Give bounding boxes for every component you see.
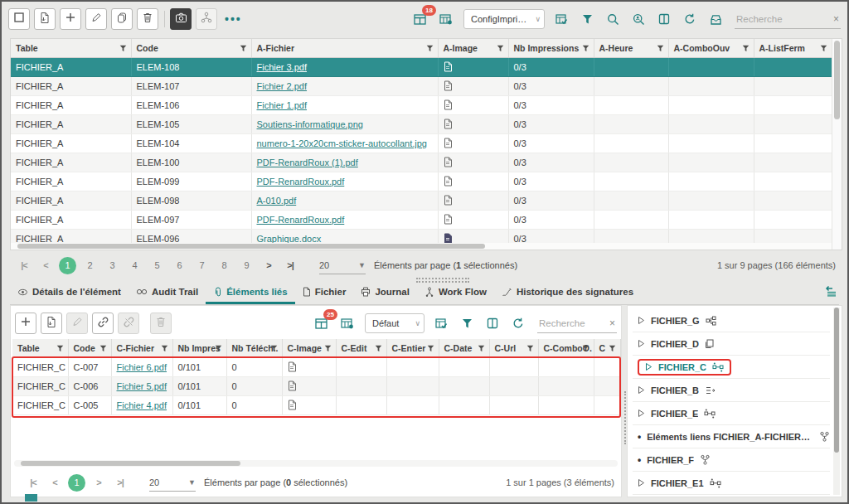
column-header[interactable]: C — [594, 339, 620, 358]
expand-arrow-icon[interactable] — [638, 409, 645, 418]
scrollbar-thumb[interactable] — [834, 308, 839, 453]
column-header[interactable]: C-Image — [282, 339, 336, 358]
filter-funnel-icon[interactable] — [427, 345, 434, 352]
column-header[interactable]: Nb Téléch.. — [226, 339, 282, 358]
page-button-8[interactable]: 8 — [216, 257, 233, 274]
sidebar-item[interactable]: FICHIER_E1 — [633, 472, 830, 495]
scrollbar-thumb[interactable] — [21, 461, 240, 466]
filter-funnel-icon[interactable] — [375, 345, 382, 352]
horizontal-scrollbar[interactable] — [14, 460, 618, 467]
filter-funnel-icon[interactable] — [324, 345, 332, 352]
link-button[interactable] — [92, 313, 114, 334]
column-header[interactable]: A-ComboOuv — [668, 39, 754, 58]
file-link[interactable]: numero-1-20x20cm-sticker-autocollant.jpg — [257, 138, 427, 148]
table-row[interactable]: FICHIER_AELEM-098A-010.pdf0/3 — [11, 191, 832, 211]
filter-funnel-icon[interactable] — [582, 345, 589, 352]
splitter-handle[interactable] — [416, 276, 469, 281]
column-header[interactable]: C-ComboO. — [538, 339, 594, 358]
filter-button[interactable] — [458, 314, 476, 332]
column-header[interactable]: Table — [12, 339, 68, 358]
refresh-button[interactable] — [509, 314, 527, 332]
add-link-button[interactable] — [15, 313, 36, 334]
table-check-button[interactable] — [552, 10, 570, 28]
filter-funnel-icon[interactable] — [657, 45, 664, 52]
first-page-button[interactable]: |< — [22, 477, 44, 487]
add-button[interactable] — [60, 8, 81, 30]
column-header[interactable]: A-ListFerm — [754, 39, 832, 58]
file-link[interactable]: Fichier 1.pdf — [257, 100, 308, 110]
page-button-6[interactable]: 6 — [171, 257, 188, 274]
tab-printer[interactable]: Journal — [353, 282, 417, 304]
vertical-scrollbar[interactable] — [832, 39, 842, 250]
expand-arrow-icon[interactable] — [645, 362, 653, 371]
delete-button[interactable] — [137, 8, 158, 30]
filter-funnel-icon[interactable] — [215, 345, 222, 352]
column-header[interactable]: C-Url — [489, 339, 538, 358]
sidebar-scrollbar[interactable] — [833, 308, 840, 495]
views-grid-button[interactable]: 25 — [313, 314, 331, 332]
page-button-7[interactable]: 7 — [193, 257, 211, 274]
column-header[interactable]: A-Image — [438, 39, 508, 58]
table-check-button[interactable] — [432, 314, 450, 332]
filter-funnel-icon[interactable] — [478, 345, 485, 352]
collapse-panel-button[interactable] — [821, 284, 837, 303]
tab-eye[interactable]: Détails de l'élément — [10, 282, 129, 304]
column-header[interactable]: C-Date — [439, 339, 489, 358]
file-link[interactable]: Fichier 6.pdf — [117, 362, 167, 372]
expand-arrow-icon[interactable] — [638, 478, 645, 487]
select-rows-button[interactable] — [8, 8, 30, 30]
prev-page-button[interactable]: < — [35, 260, 56, 270]
expand-arrow-icon[interactable] — [638, 385, 645, 395]
filter-funnel-icon[interactable] — [119, 45, 127, 52]
more-menu-button[interactable]: ••• — [225, 12, 242, 26]
sidebar-item[interactable]: •Eléments liens FICHIER_A-FICHIER_E1 — [633, 425, 830, 448]
sidebar-item[interactable]: FICHIER_E — [633, 402, 830, 425]
page-button-1[interactable]: 1 — [59, 257, 76, 274]
filter-funnel-icon[interactable] — [426, 45, 434, 52]
edit-button[interactable] — [85, 8, 107, 30]
column-header[interactable]: C-Fichier — [111, 339, 172, 358]
file-link[interactable]: Fichier 4.pdf — [117, 400, 167, 410]
clear-search-icon[interactable]: × — [828, 13, 841, 25]
file-link[interactable]: Fichier 2.pdf — [257, 81, 308, 91]
expand-arrow-icon[interactable] — [638, 316, 645, 325]
column-header[interactable]: C-Edit — [336, 339, 386, 358]
grid-settings-button[interactable] — [338, 314, 357, 332]
file-link[interactable]: Fichier 5.pdf — [117, 381, 167, 391]
next-page-button[interactable]: > — [258, 260, 279, 270]
column-header[interactable]: C-Entier — [386, 339, 439, 358]
file-link[interactable]: PDF-RenardRoux.pdf — [257, 177, 345, 187]
hierarchy-button[interactable] — [196, 8, 217, 30]
filter-funnel-icon[interactable] — [161, 345, 168, 352]
views-grid-button[interactable]: 18 — [411, 10, 429, 28]
columns-button[interactable] — [655, 10, 673, 28]
sidebar-item[interactable]: FICHIER_D — [633, 332, 830, 356]
filter-funnel-icon[interactable] — [270, 345, 278, 352]
refresh-button[interactable] — [681, 10, 699, 28]
new-document-button[interactable] — [34, 8, 56, 30]
file-link[interactable]: Fichier 3.pdf — [257, 62, 308, 72]
filter-funnel-icon[interactable] — [526, 345, 534, 352]
filter-funnel-icon[interactable] — [56, 345, 64, 352]
column-header[interactable]: Code — [68, 339, 111, 358]
per-page-select[interactable]: 20▼ — [149, 474, 196, 492]
last-page-button[interactable]: >| — [279, 260, 301, 270]
table-row[interactable]: FICHIER_AELEM-106Fichier 1.pdf0/3 — [11, 96, 832, 115]
tab-signature[interactable]: Historique des signatures — [494, 282, 641, 304]
last-page-button[interactable]: >| — [109, 477, 131, 487]
archive-button[interactable] — [706, 10, 725, 28]
table-row[interactable]: FICHIER_AELEM-100PDF-RenardRoux (1).pdf0… — [11, 153, 832, 172]
tab-workflow[interactable]: Work Flow — [417, 282, 494, 304]
view-select[interactable]: Défaut ∨ — [365, 313, 424, 333]
scrollbar-thumb[interactable] — [17, 244, 485, 249]
column-header[interactable]: A-Fichier — [251, 39, 438, 58]
horizontal-scrollbar[interactable] — [11, 243, 832, 250]
tab-file[interactable]: Fichier — [295, 282, 354, 304]
sidebar-item[interactable]: •FICHIER_F — [633, 448, 830, 472]
filter-funnel-icon[interactable] — [742, 45, 750, 52]
columns-button[interactable] — [483, 314, 502, 332]
file-link[interactable]: PDF-RenardRoux.pdf — [257, 215, 345, 225]
tab-paperclip[interactable]: Éléments liés — [206, 282, 295, 304]
file-link[interactable]: A-010.pdf — [257, 196, 297, 206]
filter-funnel-icon[interactable] — [497, 45, 504, 52]
